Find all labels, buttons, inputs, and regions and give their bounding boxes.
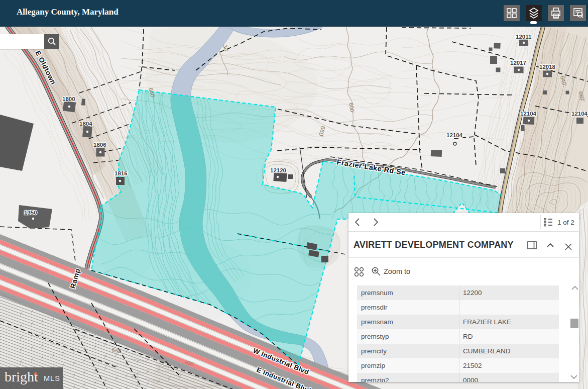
svg-text:12017: 12017 — [510, 60, 526, 66]
svg-text:12104: 12104 — [571, 111, 588, 117]
svg-text:12104: 12104 — [446, 132, 463, 138]
svg-text:1816: 1816 — [114, 170, 128, 176]
svg-text:12104: 12104 — [520, 111, 537, 117]
svg-text:12018: 12018 — [539, 64, 556, 70]
svg-text:1806: 1806 — [93, 142, 106, 148]
svg-text:1804: 1804 — [79, 121, 92, 127]
svg-text:12120: 12120 — [270, 167, 286, 173]
svg-text:12011: 12011 — [516, 34, 532, 40]
svg-text:1800: 1800 — [62, 96, 75, 102]
svg-text:1350: 1350 — [24, 210, 37, 216]
